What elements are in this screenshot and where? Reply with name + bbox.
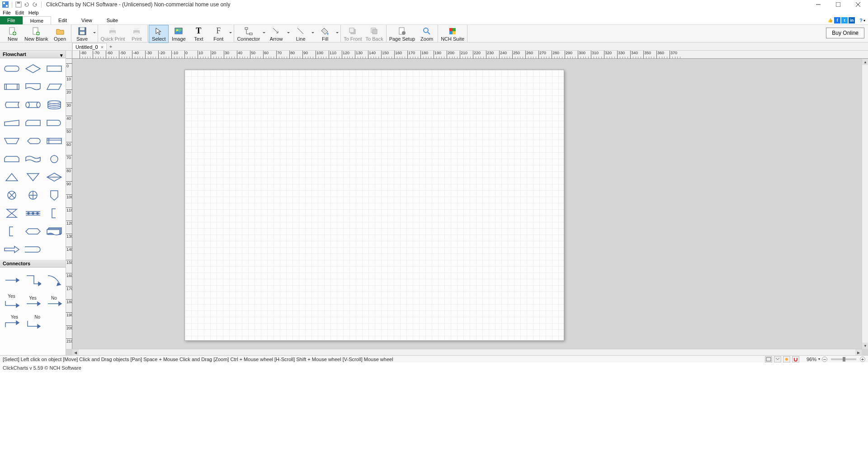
line-button[interactable]: Line: [291, 25, 311, 43]
help-dd[interactable]: ▾: [863, 19, 865, 23]
twitter-icon[interactable]: t: [841, 17, 848, 24]
shape-rounded[interactable]: [23, 241, 43, 258]
close-button[interactable]: [848, 0, 868, 9]
shape-looplimit[interactable]: [1, 150, 22, 168]
font-dropdown[interactable]: [228, 25, 233, 42]
text-button[interactable]: TText: [189, 25, 208, 43]
connector-up-yes[interactable]: Yes: [1, 312, 22, 332]
shape-terminator[interactable]: [1, 60, 22, 77]
new-button[interactable]: New: [3, 25, 23, 43]
shape-display[interactable]: [23, 132, 43, 150]
document-tab[interactable]: Untitled_0 ×: [72, 43, 107, 50]
connector-straight-yes[interactable]: Yes: [23, 291, 43, 311]
shape-predefined[interactable]: [1, 78, 22, 95]
tofront-button[interactable]: To Front: [342, 25, 363, 43]
facebook-icon[interactable]: f: [834, 17, 840, 24]
fill-button[interactable]: Fill: [315, 25, 335, 43]
canvas-viewport[interactable]: [72, 59, 862, 349]
shape-document[interactable]: [23, 78, 43, 95]
tab-file[interactable]: File: [0, 16, 23, 24]
buy-online-button[interactable]: Buy Online: [826, 28, 864, 38]
shape-arrow-right[interactable]: [1, 241, 22, 258]
shape-manualinput[interactable]: [1, 114, 22, 132]
connector-down-no[interactable]: No: [23, 312, 43, 332]
maximize-button[interactable]: [828, 0, 848, 9]
menu-file[interactable]: File: [3, 10, 11, 15]
like-icon[interactable]: 👍: [827, 17, 833, 24]
qat-save-icon[interactable]: [15, 1, 22, 8]
shape-delay[interactable]: [44, 114, 64, 132]
shape-preparation[interactable]: [23, 223, 43, 240]
shape-database[interactable]: [44, 96, 64, 113]
shape-multidoc[interactable]: [44, 223, 64, 240]
connector-button[interactable]: Connector: [235, 25, 262, 43]
connector-straight-no[interactable]: No: [44, 291, 64, 311]
connector-elbow-yes[interactable]: Yes: [1, 291, 22, 311]
tab-suite[interactable]: Suite: [99, 16, 125, 24]
scroll-down-icon[interactable]: ▼: [862, 343, 868, 349]
shape-connector[interactable]: [44, 150, 64, 168]
image-button[interactable]: Image: [169, 25, 189, 43]
shape-internal[interactable]: [44, 132, 64, 150]
shape-divided[interactable]: [23, 205, 43, 222]
status-btn-3[interactable]: [783, 356, 790, 362]
connector-curved[interactable]: [44, 270, 64, 290]
save-button[interactable]: Save: [72, 25, 92, 43]
shape-annotation-right[interactable]: [1, 223, 22, 240]
status-btn-snap[interactable]: [792, 356, 799, 362]
scroll-right-icon[interactable]: ▶: [855, 349, 862, 355]
connector-elbow[interactable]: [23, 270, 43, 290]
nchsuite-button[interactable]: NCH Suite: [439, 25, 466, 43]
connectors-header[interactable]: Connectors: [0, 260, 66, 268]
line-dropdown[interactable]: [311, 25, 315, 42]
shape-storeddata[interactable]: [1, 96, 22, 113]
shape-collate[interactable]: [1, 205, 22, 222]
minimize-button[interactable]: [808, 0, 828, 9]
open-button[interactable]: Open: [50, 25, 70, 43]
connector-straight[interactable]: [1, 270, 22, 290]
arrow-dropdown[interactable]: [286, 25, 291, 42]
shape-summing[interactable]: [1, 187, 22, 204]
shape-card[interactable]: [23, 114, 43, 132]
status-btn-1[interactable]: [765, 356, 772, 362]
tab-home[interactable]: Home: [23, 16, 51, 24]
status-btn-2[interactable]: [774, 356, 781, 362]
shape-process[interactable]: [44, 60, 64, 77]
select-button[interactable]: Select: [149, 25, 169, 43]
zoom-slider[interactable]: [831, 358, 856, 360]
qat-undo-icon[interactable]: [23, 1, 30, 8]
connector-dropdown[interactable]: [262, 25, 266, 42]
help-split[interactable]: ?: [859, 18, 863, 23]
font-button[interactable]: FFont: [208, 25, 228, 43]
scroll-up-icon[interactable]: ▲: [862, 59, 868, 65]
menu-edit[interactable]: Edit: [15, 10, 24, 15]
zoom-dd[interactable]: ▾: [818, 357, 820, 361]
zoom-button[interactable]: Zoom: [417, 25, 437, 43]
shape-sort[interactable]: [44, 169, 64, 186]
quickprint-button[interactable]: Quick Print: [99, 25, 127, 43]
close-tab-icon[interactable]: ×: [101, 44, 104, 50]
print-button[interactable]: Print: [127, 25, 146, 43]
shape-offpage[interactable]: [44, 187, 64, 204]
add-tab-button[interactable]: +: [107, 42, 115, 50]
shape-or[interactable]: [23, 187, 43, 204]
menu-help[interactable]: Help: [28, 10, 39, 15]
shape-extract[interactable]: [1, 169, 22, 186]
zoom-out-icon[interactable]: −: [822, 357, 827, 362]
toback-button[interactable]: To Back: [364, 25, 385, 43]
newblank-button[interactable]: New Blank: [23, 25, 50, 43]
save-dropdown[interactable]: [92, 25, 97, 42]
tab-view[interactable]: View: [74, 16, 99, 24]
flowchart-header[interactable]: Flowchart ▾: [0, 51, 66, 58]
shape-tape[interactable]: [23, 150, 43, 168]
tab-edit[interactable]: Edit: [51, 16, 74, 24]
scrollbar-vertical[interactable]: ▲ ▼: [862, 59, 868, 349]
shape-decision[interactable]: [23, 60, 43, 77]
qat-redo-icon[interactable]: [31, 1, 38, 8]
shape-data[interactable]: [44, 78, 64, 95]
shape-directdata[interactable]: [23, 96, 43, 113]
shape-annotation-left[interactable]: [44, 205, 64, 222]
shape-manualop[interactable]: [1, 132, 22, 150]
pagesetup-button[interactable]: Page Setup: [387, 25, 417, 43]
arrow-button[interactable]: Arrow: [266, 25, 286, 43]
